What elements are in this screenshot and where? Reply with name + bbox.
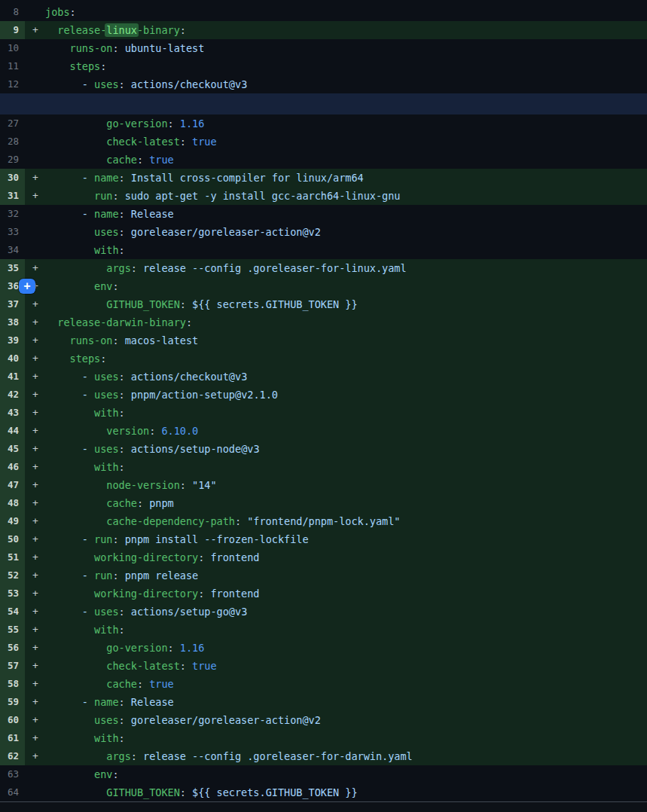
code-text: version: 6.10.0 — [45, 422, 647, 440]
code-token: : — [131, 262, 143, 274]
code-token: go-version — [106, 642, 167, 654]
line-number[interactable]: 55 — [0, 621, 25, 639]
code-token: : — [137, 497, 149, 509]
line-number[interactable]: 51 — [0, 548, 25, 566]
line-number[interactable]: 46 — [0, 458, 25, 476]
code-token: frontend — [210, 588, 259, 600]
code-text: args: release --config .goreleaser-for-d… — [45, 747, 647, 765]
line-number[interactable]: 47 — [0, 476, 25, 494]
code-token: : — [198, 551, 210, 563]
code-token: : — [180, 298, 192, 310]
diff-body: 8jobs:9+ release-linux-binary:10 runs-on… — [0, 3, 647, 801]
line-number[interactable]: 50 — [0, 530, 25, 548]
line-number[interactable]: 45 — [0, 440, 25, 458]
code-text: - run: pnpm install --frozen-lockfile — [45, 530, 647, 548]
line-number[interactable]: 33 — [0, 223, 25, 241]
line-number[interactable]: 61 — [0, 729, 25, 747]
code-token: with — [94, 624, 119, 636]
code-text: working-directory: frontend — [45, 548, 647, 566]
line-number[interactable]: 41 — [0, 368, 25, 386]
line-number[interactable]: 44 — [0, 422, 25, 440]
line-number[interactable]: 60 — [0, 711, 25, 729]
line-number[interactable]: 43 — [0, 404, 25, 422]
code-token: linux — [105, 23, 139, 37]
add-comment-button[interactable]: + — [19, 279, 35, 294]
diff-line: 55+ with: — [0, 621, 647, 639]
diff-line: 11 steps: — [0, 57, 647, 75]
line-number[interactable]: 10 — [0, 39, 25, 57]
line-number[interactable]: 12 — [0, 75, 25, 93]
code-token: go-version — [106, 118, 167, 130]
expand-hidden-lines-band[interactable] — [0, 93, 647, 114]
line-number[interactable]: 30 — [0, 169, 25, 187]
line-number[interactable]: 11 — [0, 57, 25, 75]
line-number[interactable]: 63 — [0, 765, 25, 783]
line-number[interactable]: 64 — [0, 783, 25, 801]
code-token: "frontend/pnpm-lock.yaml" — [247, 515, 400, 527]
code-token: ubuntu-latest — [125, 42, 205, 54]
diff-line: 51+ working-directory: frontend — [0, 548, 647, 566]
diff-marker: + — [25, 621, 45, 639]
line-number[interactable]: 35 — [0, 259, 25, 277]
code-token: 1.16 — [180, 118, 205, 130]
code-token: actions/setup-node@v3 — [131, 443, 260, 455]
diff-marker: + — [25, 187, 45, 205]
diff-marker: + — [25, 350, 45, 368]
diff-marker: + — [25, 548, 45, 566]
code-token: env — [94, 280, 112, 292]
diff-line: 31+ run: sudo apt-get -y install gcc-aar… — [0, 187, 647, 205]
line-number[interactable]: 49 — [0, 512, 25, 530]
diff-marker — [25, 133, 45, 151]
diff-line: 28 check-latest: true — [0, 133, 647, 151]
code-token: : — [112, 533, 124, 545]
code-token: - — [82, 208, 94, 220]
code-token: : — [119, 624, 125, 636]
line-number[interactable]: 62 — [0, 747, 25, 765]
line-number[interactable]: 56 — [0, 639, 25, 657]
diff-marker: + — [25, 657, 45, 675]
line-number[interactable]: 53 — [0, 585, 25, 603]
line-number[interactable]: 38 — [0, 313, 25, 331]
line-number[interactable]: 34 — [0, 241, 25, 259]
code-text: go-version: 1.16 — [45, 639, 647, 657]
line-number[interactable]: 54 — [0, 603, 25, 621]
line-number[interactable]: 32 — [0, 205, 25, 223]
diff-marker: + — [25, 21, 45, 39]
diff-marker — [25, 151, 45, 169]
code-token: : — [168, 118, 180, 130]
diff-line: 53+ working-directory: frontend — [0, 585, 647, 603]
line-number[interactable]: 8 — [0, 3, 25, 21]
code-text: steps: — [45, 57, 647, 75]
line-number[interactable]: 39 — [0, 331, 25, 350]
line-number[interactable]: 40 — [0, 350, 25, 368]
diff-line: 62+ args: release --config .goreleaser-f… — [0, 747, 647, 765]
line-number[interactable]: 48 — [0, 494, 25, 512]
code-token: name — [94, 208, 119, 220]
line-number[interactable]: 52 — [0, 566, 25, 585]
diff-line: 54+ - uses: actions/setup-go@v3 — [0, 603, 647, 621]
code-token: : — [119, 244, 125, 256]
code-token: uses — [94, 226, 119, 238]
code-token: steps — [70, 353, 101, 365]
code-text: uses: goreleaser/goreleaser-action@v2 — [45, 711, 647, 729]
line-number[interactable]: 58 — [0, 675, 25, 693]
diff-marker: + — [25, 440, 45, 458]
line-number[interactable]: 28 — [0, 133, 25, 151]
line-number[interactable]: 37 — [0, 295, 25, 313]
diff-line: 45+ - uses: actions/setup-node@v3 — [0, 440, 647, 458]
code-token: : — [180, 136, 192, 148]
diff-line: 36++ env: — [0, 277, 647, 295]
line-number[interactable]: 57 — [0, 657, 25, 675]
line-number[interactable]: 27 — [0, 114, 25, 133]
code-token: : — [119, 226, 131, 238]
code-token: uses — [94, 78, 119, 90]
line-number[interactable]: 29 — [0, 151, 25, 169]
code-text: - uses: actions/checkout@v3 — [45, 75, 647, 93]
line-number[interactable]: 59 — [0, 693, 25, 711]
code-token: run — [94, 190, 112, 202]
line-number[interactable]: 9 — [0, 21, 25, 39]
code-token: : — [235, 515, 247, 527]
line-number[interactable]: 31 — [0, 187, 25, 205]
line-number[interactable]: 42 — [0, 386, 25, 404]
diff-marker: + — [25, 603, 45, 621]
